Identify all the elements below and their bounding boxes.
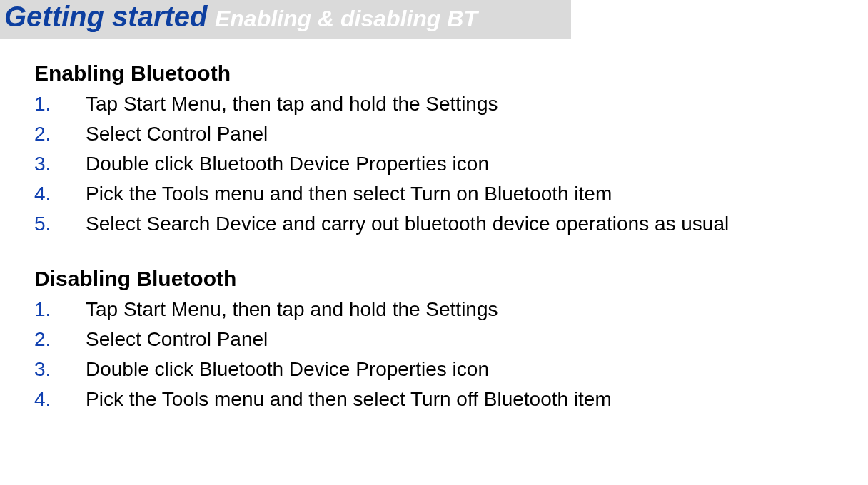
step-number: 5. bbox=[34, 213, 86, 235]
section-heading-enabling: Enabling Bluetooth bbox=[34, 61, 868, 86]
step-number: 4. bbox=[34, 183, 86, 205]
step-text: Select Control Panel bbox=[86, 328, 268, 351]
step-row: 5. Select Search Device and carry out bl… bbox=[34, 213, 868, 235]
step-row: 3. Double click Bluetooth Device Propert… bbox=[34, 358, 868, 381]
step-text: Double click Bluetooth Device Properties… bbox=[86, 358, 489, 381]
step-number: 1. bbox=[34, 298, 86, 321]
step-number: 2. bbox=[34, 123, 86, 146]
title-bar: Getting started Enabling & disabling BT bbox=[0, 0, 571, 39]
step-row: 3. Double click Bluetooth Device Propert… bbox=[34, 153, 868, 175]
step-text: Pick the Tools menu and then select Turn… bbox=[86, 388, 612, 411]
content-area: Enabling Bluetooth 1. Tap Start Menu, th… bbox=[0, 39, 868, 411]
step-row: 2. Select Control Panel bbox=[34, 328, 868, 351]
step-row: 4. Pick the Tools menu and then select T… bbox=[34, 388, 868, 411]
step-text: Pick the Tools menu and then select Turn… bbox=[86, 183, 612, 205]
step-text: Double click Bluetooth Device Properties… bbox=[86, 153, 489, 175]
section-heading-disabling: Disabling Bluetooth bbox=[34, 267, 868, 291]
section-disabling: Disabling Bluetooth 1. Tap Start Menu, t… bbox=[34, 267, 868, 411]
step-row: 4. Pick the Tools menu and then select T… bbox=[34, 183, 868, 205]
step-number: 3. bbox=[34, 358, 86, 381]
step-number: 4. bbox=[34, 388, 86, 411]
step-text: Tap Start Menu, then tap and hold the Se… bbox=[86, 93, 498, 116]
step-row: 2. Select Control Panel bbox=[34, 123, 868, 146]
step-number: 2. bbox=[34, 328, 86, 351]
step-row: 1. Tap Start Menu, then tap and hold the… bbox=[34, 298, 868, 321]
step-number: 3. bbox=[34, 153, 86, 175]
step-number: 1. bbox=[34, 93, 86, 116]
title-sub: Enabling & disabling BT bbox=[215, 6, 478, 31]
step-row: 1. Tap Start Menu, then tap and hold the… bbox=[34, 93, 868, 116]
step-text: Tap Start Menu, then tap and hold the Se… bbox=[86, 298, 498, 321]
step-text: Select Search Device and carry out bluet… bbox=[86, 213, 729, 235]
title-main: Getting started bbox=[4, 1, 207, 32]
step-text: Select Control Panel bbox=[86, 123, 268, 146]
section-enabling: Enabling Bluetooth 1. Tap Start Menu, th… bbox=[34, 61, 868, 235]
